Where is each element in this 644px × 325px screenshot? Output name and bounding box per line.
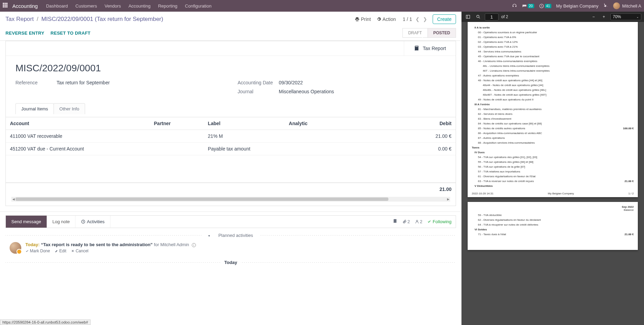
create-button[interactable]: Create: [433, 14, 456, 24]
cell-partner[interactable]: [150, 130, 204, 143]
reverse-entry-button[interactable]: REVERSE ENTRY: [5, 31, 44, 36]
pdf-page-total: of 2: [501, 14, 508, 19]
info-icon[interactable]: i: [192, 243, 196, 247]
activities-button[interactable]: Activities: [75, 216, 110, 228]
nav-vendors[interactable]: Vendors: [105, 3, 121, 9]
user-avatar-icon: [613, 2, 620, 9]
attachments-button[interactable]: 2: [402, 219, 410, 224]
nav-configuration[interactable]: Configuration: [185, 3, 211, 9]
cell-analytic[interactable]: [285, 143, 366, 155]
reference-label: Reference: [15, 80, 57, 85]
pdf-line: 02 - Opérations avec TVA à 12%: [472, 40, 634, 45]
zoom-out-icon[interactable]: −: [590, 13, 597, 21]
activities-icon[interactable]: 41: [539, 3, 551, 9]
reference-value[interactable]: Tax return for September: [57, 80, 110, 85]
scroll-thumb[interactable]: [15, 197, 388, 201]
pdf-line-label: II A la sortie: [472, 26, 490, 30]
action-button[interactable]: Action: [376, 16, 396, 22]
table-row[interactable]: 411000 VAT recoverable21% M21.00 €: [6, 130, 456, 143]
planned-activities-separator[interactable]: ▾Planned activities: [5, 233, 456, 238]
book-icon: [414, 45, 420, 51]
followers-button[interactable]: 2: [415, 219, 422, 224]
messages-icon[interactable]: 20: [522, 3, 534, 9]
pdf-line: 87 - Autres opérations: [472, 136, 634, 141]
pdf-search-icon[interactable]: [475, 13, 482, 21]
cancel-button[interactable]: Cancel: [71, 249, 88, 253]
pdf-line-label: 48s44 - Notes de crédit aux opérations g…: [472, 83, 543, 87]
cell-account[interactable]: 411000 VAT recoverable: [6, 130, 150, 143]
sidebar-toggle-icon[interactable]: [464, 13, 472, 21]
stage-posted[interactable]: POSTED: [428, 28, 456, 38]
horizontal-scrollbar[interactable]: ◀ ▶: [11, 197, 450, 202]
voip-icon[interactable]: [512, 3, 517, 9]
tab-journal-items[interactable]: Journal Items: [15, 103, 54, 114]
send-message-button[interactable]: Send message: [6, 216, 47, 228]
journal-value[interactable]: Miscellaneous Operations: [279, 89, 334, 94]
pdf-line-label: 02 - Opérations avec TVA à 12%: [472, 40, 518, 44]
nav-reporting[interactable]: Reporting: [158, 3, 177, 9]
pdf-line: III A l'entrée: [472, 102, 634, 107]
scroll-left-icon[interactable]: ◀: [11, 197, 15, 202]
pager-prev[interactable]: ❮: [415, 16, 420, 22]
cell-label[interactable]: Payable tax amount: [204, 143, 285, 155]
company-switcher[interactable]: My Belgian Company: [556, 3, 599, 9]
pdf-page-input[interactable]: [485, 13, 499, 21]
col-analytic[interactable]: Analytic: [285, 117, 366, 130]
activity-avatar-icon[interactable]: [10, 242, 21, 254]
debug-icon[interactable]: [603, 3, 608, 9]
pdf-line: 83 - Biens d'investissement: [472, 117, 634, 121]
app-brand[interactable]: Accounting: [12, 3, 38, 9]
activity-due: Today:: [25, 242, 40, 247]
cell-partner[interactable]: [150, 143, 204, 155]
cell-label[interactable]: 21% M: [204, 130, 285, 143]
pdf-body[interactable]: II A la sortie00 - Opérations soumises à…: [461, 22, 644, 325]
open-record-icon[interactable]: [393, 219, 398, 225]
col-debit[interactable]: Debit: [366, 117, 456, 130]
btnbox-tax-report[interactable]: Tax Report: [404, 41, 456, 56]
pdf-page2-balance: Balance: [624, 208, 634, 212]
pdf-line: V Déductibles: [472, 184, 634, 189]
pdf-line: 57 - TVA relatives aux importations: [472, 169, 634, 174]
print-button[interactable]: Print: [355, 16, 371, 22]
scroll-right-icon[interactable]: ▶: [446, 197, 450, 202]
nav-customers[interactable]: Customers: [75, 3, 97, 9]
apps-menu-icon[interactable]: [3, 3, 9, 9]
pdf-line-label: 54 - TVA sur opérations des grilles [01]…: [472, 155, 537, 159]
tab-other-info[interactable]: Other Info: [54, 103, 85, 114]
cell-debit[interactable]: 0.00 €: [366, 143, 456, 155]
mark-done-button[interactable]: Mark Done: [25, 249, 50, 253]
zoom-select[interactable]: 70%⌄: [610, 13, 641, 20]
pdf-line: 63 - TVA à reverser sur notes de crédit …: [472, 179, 634, 184]
pager-value[interactable]: 1 / 1: [403, 16, 412, 22]
tabs: Journal Items Other Info: [15, 103, 446, 114]
pdf-line-label: 59 - TVA déductible: [472, 213, 502, 217]
pdf-line-label: 46T - Livraisons biens intra-communautai…: [472, 69, 550, 73]
col-partner[interactable]: Partner: [150, 117, 204, 130]
nav-accounting[interactable]: Accounting: [128, 3, 150, 9]
cell-analytic[interactable]: [285, 130, 366, 143]
breadcrumb-root[interactable]: Tax Report: [5, 16, 34, 22]
pdf-line-label: 48s46L - Notes de crédit aux opérations …: [472, 88, 546, 92]
pdf-line-label: 81 - Marchandises, matières premières et…: [472, 107, 541, 111]
activity-summary: “Tax report is ready to be sent to the a…: [41, 242, 153, 247]
stage-draft[interactable]: DRAFT: [402, 28, 428, 38]
pager-next[interactable]: ❯: [423, 16, 427, 22]
table-row[interactable]: 451200 VAT due - Current AccountPayable …: [6, 143, 456, 155]
col-label[interactable]: Label: [204, 117, 285, 130]
cell-account[interactable]: 451200 VAT due - Current Account: [6, 143, 150, 155]
accounting-date-value[interactable]: 09/30/2022: [279, 80, 303, 85]
nav-dashboard[interactable]: Dashboard: [46, 3, 68, 9]
following-button[interactable]: Following: [427, 219, 452, 224]
zoom-in-icon[interactable]: +: [600, 13, 608, 21]
pdf-line: IV Dues: [472, 150, 634, 155]
pdf-line: 01 - Opérations avec TVA à 6%: [472, 35, 634, 40]
pdf-line-amount: 21.00 €: [624, 179, 634, 183]
pdf-line-amount: 100.00 €: [623, 127, 634, 131]
col-account[interactable]: Account: [6, 117, 150, 130]
user-menu[interactable]: Mitchell A: [613, 2, 641, 9]
log-note-button[interactable]: Log note: [47, 216, 76, 228]
cell-debit[interactable]: 21.00 €: [366, 130, 456, 143]
chevron-updown-icon: ⌄: [636, 15, 639, 19]
edit-button[interactable]: Edit: [55, 249, 67, 253]
reset-to-draft-button[interactable]: RESET TO DRAFT: [50, 31, 91, 36]
